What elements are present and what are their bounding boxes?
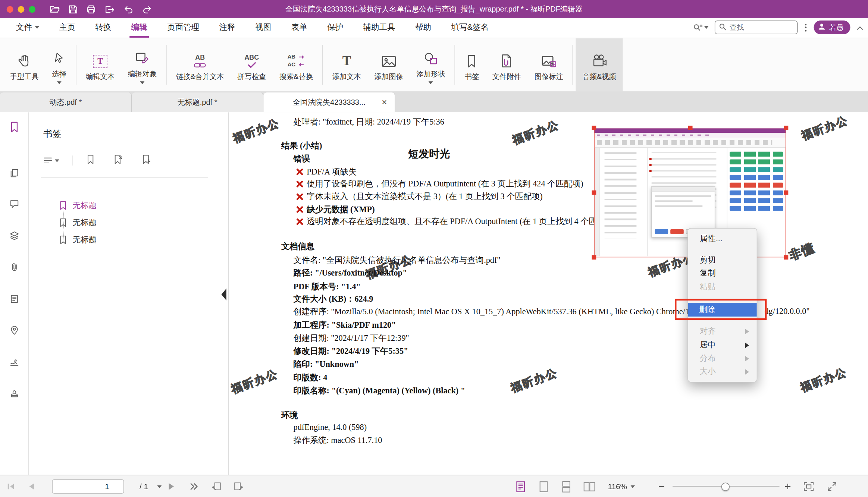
find-search-box[interactable] — [715, 21, 798, 34]
file-attachment-button[interactable]: 文件附件 — [486, 38, 528, 91]
chevron-down-icon[interactable] — [429, 81, 433, 84]
undo-icon[interactable] — [123, 5, 134, 13]
chevron-down-icon[interactable] — [140, 81, 144, 84]
add-text-button[interactable]: T 添加文本 — [326, 38, 368, 91]
menu-form[interactable]: 表单 — [289, 18, 309, 38]
save-icon[interactable] — [69, 5, 78, 14]
export-icon[interactable] — [104, 5, 115, 14]
menu-item-properties[interactable]: 属性... — [689, 232, 756, 246]
search-options-icon[interactable] — [693, 23, 709, 32]
mini-error-dot — [649, 158, 652, 160]
menu-convert[interactable]: 转换 — [94, 18, 113, 38]
zoom-out-button[interactable]: − — [653, 475, 670, 497]
sidebar-signatures-icon[interactable] — [8, 356, 21, 368]
user-account-badge[interactable]: 若愚 — [814, 21, 850, 34]
menu-item-delete[interactable]: 删除 — [688, 303, 757, 317]
audio-video-button[interactable]: 音频&视频 — [576, 38, 623, 91]
edit-text-button[interactable]: T 编辑文本 — [79, 38, 121, 91]
minimize-window-button[interactable] — [18, 6, 24, 13]
previous-page-button[interactable] — [23, 475, 40, 497]
menu-fill-sign[interactable]: 填写&签名 — [449, 18, 490, 38]
info-line: 印版数: 4 — [294, 372, 328, 383]
delete-bookmark-icon[interactable] — [113, 154, 123, 167]
chevron-down-icon — [704, 26, 709, 29]
tab-document-3-active[interactable]: 全国法院失4233333... × — [263, 92, 395, 112]
single-page-view-button[interactable] — [535, 475, 552, 497]
menu-file[interactable]: 文件 — [15, 18, 41, 38]
sidebar-pages-icon[interactable] — [8, 167, 21, 179]
selection-handle[interactable] — [592, 126, 596, 130]
next-page-button[interactable] — [163, 475, 179, 497]
add-bookmark-icon[interactable] — [87, 154, 95, 167]
zoom-slider-handle[interactable] — [721, 482, 730, 491]
previous-view-button[interactable] — [208, 475, 226, 497]
menu-edit[interactable]: 编辑 — [129, 18, 149, 38]
selection-handle[interactable] — [592, 191, 596, 195]
bookmark-item-selected[interactable]: 无标题 — [59, 199, 97, 212]
add-shape-button[interactable]: 添加形状 — [410, 38, 452, 91]
collapse-ribbon-icon[interactable] — [856, 23, 864, 32]
sidebar-attachments-icon[interactable] — [8, 261, 21, 274]
menu-comment[interactable]: 注释 — [217, 18, 237, 38]
image-annotation-button[interactable]: 图像标注 — [528, 38, 570, 91]
menu-help[interactable]: 帮助 — [414, 18, 433, 38]
sidebar-layers-icon[interactable] — [8, 230, 21, 242]
print-icon[interactable] — [87, 5, 96, 14]
tab-document-2[interactable]: 无标题.pdf * — [132, 92, 263, 112]
close-window-button[interactable] — [7, 6, 13, 13]
fullscreen-button[interactable] — [822, 475, 841, 497]
menu-accessibility[interactable]: 辅助工具 — [361, 18, 397, 38]
selection-handle[interactable] — [688, 126, 692, 130]
chevron-down-icon[interactable] — [57, 81, 62, 84]
more-options-icon[interactable] — [804, 23, 808, 31]
menu-home[interactable]: 主页 — [57, 18, 77, 38]
add-image-button[interactable]: 添加图像 — [368, 38, 410, 91]
bookmark-settings-icon[interactable] — [142, 154, 151, 167]
maximize-window-button[interactable] — [29, 6, 35, 13]
menu-view[interactable]: 视图 — [254, 18, 273, 38]
spell-check-button[interactable]: ABC 拼写检查 — [231, 38, 273, 91]
page-number-box[interactable] — [52, 479, 124, 494]
zoom-in-button[interactable]: + — [780, 475, 796, 497]
selection-handle[interactable] — [784, 255, 788, 259]
sidebar-stamps-icon[interactable] — [8, 387, 21, 400]
zoom-level-dropdown[interactable]: 116% — [608, 475, 634, 497]
chevron-down-icon[interactable] — [157, 485, 162, 488]
mini-panel — [600, 148, 648, 256]
bookmark-item[interactable]: 无标题 — [59, 233, 97, 246]
first-page-button[interactable] — [2, 475, 20, 497]
search-input[interactable] — [730, 23, 793, 31]
link-join-text-button[interactable]: AB 链接&合并文本 — [169, 38, 231, 91]
menu-item-copy[interactable]: 复制 — [689, 266, 756, 280]
reading-view-button[interactable] — [511, 475, 529, 497]
sidebar-destinations-icon[interactable] — [8, 324, 21, 336]
hand-tool-button[interactable]: 手型工具 — [3, 38, 46, 91]
close-tab-icon[interactable]: × — [382, 98, 387, 107]
tab-document-1[interactable]: 动态.pdf * — [0, 92, 132, 112]
selection-handle[interactable] — [784, 191, 788, 195]
continuous-view-button[interactable] — [557, 475, 575, 497]
last-page-button[interactable] — [185, 475, 203, 497]
bookmark-button[interactable]: 书签 — [458, 38, 486, 91]
fit-page-button[interactable] — [799, 475, 818, 497]
selection-handle[interactable] — [784, 126, 788, 130]
bookmark-item[interactable]: 无标题 — [59, 216, 97, 229]
next-view-button[interactable] — [229, 475, 247, 497]
bookmark-options-icon[interactable] — [43, 157, 59, 164]
sidebar-bookmarks-icon[interactable] — [8, 121, 21, 133]
search-replace-icon: ABAC — [288, 48, 305, 67]
open-file-icon[interactable] — [50, 5, 60, 13]
menu-item-cut[interactable]: 剪切 — [689, 253, 756, 267]
sidebar-comments-icon[interactable] — [8, 198, 21, 210]
search-replace-button[interactable]: ABAC 搜索&替换 — [273, 38, 320, 91]
facing-view-button[interactable] — [580, 475, 598, 497]
menu-protect[interactable]: 保护 — [326, 18, 345, 38]
redo-icon[interactable] — [142, 5, 152, 13]
selection-handle[interactable] — [592, 255, 596, 259]
select-tool-button[interactable]: 选择 — [46, 38, 73, 91]
edit-object-button[interactable]: 编辑对象 — [121, 38, 163, 91]
menu-item-center[interactable]: 居中 — [689, 338, 756, 352]
menu-page-management[interactable]: 页面管理 — [166, 18, 201, 38]
sidebar-fields-icon[interactable] — [8, 293, 21, 305]
collapse-panel-icon[interactable] — [222, 288, 226, 301]
